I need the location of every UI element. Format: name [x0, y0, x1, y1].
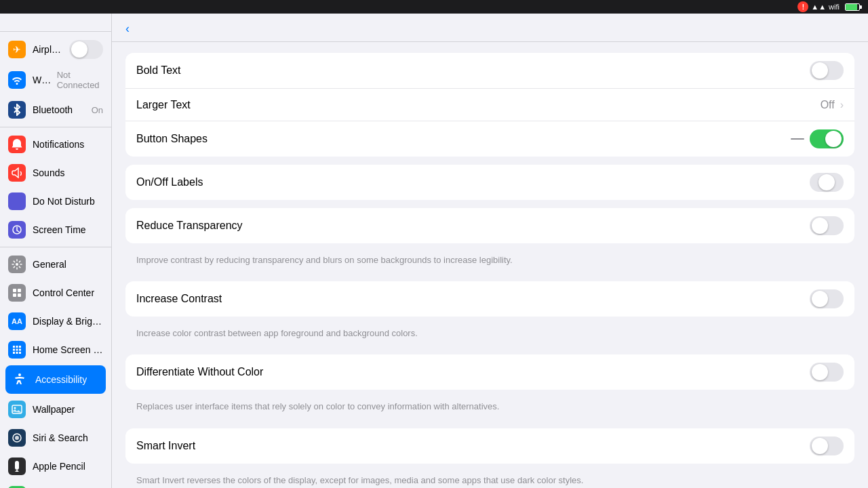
on-off-labels-toggle[interactable]	[810, 173, 844, 192]
home-screen-dock-icon	[8, 341, 26, 359]
sidebar-item-bluetooth[interactable]: BluetoothOn	[0, 96, 111, 124]
settings-group-wrapper-2: Reduce TransparencyImprove contrast by r…	[125, 208, 854, 273]
sidebar-title	[0, 14, 111, 32]
sidebar-item-airplane-mode[interactable]: ✈Airplane Mode	[0, 35, 111, 64]
sidebar-item-sounds[interactable]: Sounds	[0, 159, 111, 187]
accessibility-icon	[11, 371, 28, 388]
content-area: ‹ Bold TextLarger TextOff›Button ShapesO…	[112, 14, 868, 488]
apple-pencil-icon	[8, 458, 26, 475]
increase-contrast-label: Increase Contrast	[136, 293, 810, 305]
main-container: ✈Airplane ModeWi-FiNot ConnectedBluetoot…	[0, 14, 868, 488]
settings-row-smart-invert: Smart Invert	[125, 428, 854, 464]
signal-icon: ▲▲	[811, 3, 826, 11]
battery-icon	[845, 3, 860, 11]
status-bar: ! ▲▲ wifi	[0, 0, 868, 14]
bold-text-toggle[interactable]	[810, 61, 844, 80]
on-off-labels-label: On/Off Labels	[136, 176, 810, 188]
siri-search-icon	[8, 429, 26, 447]
control-center-icon	[8, 284, 26, 302]
reduce-transparency-toggle[interactable]	[810, 216, 844, 235]
sidebar-section-0: ✈Airplane ModeWi-FiNot ConnectedBluetoot…	[0, 32, 111, 127]
sidebar-section-1: NotificationsSoundsDo Not DisturbScreen …	[0, 127, 111, 247]
settings-row-increase-contrast: Increase Contrast	[125, 281, 854, 317]
settings-group-0: Bold TextLarger TextOff›Button Shapes	[125, 53, 854, 157]
settings-row-differentiate-without-color: Differentiate Without Color	[125, 354, 854, 390]
sidebar-item-home-screen-dock[interactable]: Home Screen & Dock	[0, 336, 111, 364]
settings-group-2: Reduce Transparency	[125, 208, 854, 243]
svg-rect-10	[16, 349, 18, 351]
sidebar-item-wifi[interactable]: Wi-FiNot Connected	[0, 64, 111, 96]
sidebar-section-2: GeneralControl CenterAADisplay & Brightn…	[0, 247, 111, 488]
settings-group-wrapper-1: On/Off Labels	[125, 165, 854, 200]
control-center-label: Control Center	[33, 287, 94, 298]
svg-point-15	[18, 373, 21, 376]
smart-invert-label: Smart Invert	[136, 440, 810, 452]
sidebar-item-siri-search[interactable]: Siri & Search	[0, 424, 111, 452]
svg-rect-6	[13, 346, 15, 348]
settings-row-larger-text: Larger TextOff›	[125, 89, 854, 121]
sidebar-sections: ✈Airplane ModeWi-FiNot ConnectedBluetoot…	[0, 32, 111, 488]
smart-invert-toggle[interactable]	[810, 436, 844, 455]
sidebar-item-control-center[interactable]: Control Center	[0, 279, 111, 307]
settings-group-wrapper-4: Differentiate Without ColorReplaces user…	[125, 354, 854, 420]
back-button[interactable]: ‹	[125, 22, 132, 36]
sidebar-item-face-id[interactable]: Face ID & Passcode	[0, 481, 111, 488]
settings-group-1: On/Off Labels	[125, 165, 854, 200]
dnd-icon: !	[797, 1, 808, 12]
svg-point-17	[14, 407, 16, 409]
svg-point-19	[15, 436, 19, 440]
wifi-value: Not Connected	[57, 70, 103, 90]
accessibility-label: Accessibility	[35, 374, 87, 385]
back-chevron-icon: ‹	[125, 22, 130, 36]
wifi-label: Wi-Fi	[33, 75, 50, 85]
group-4-description: Replaces user interface items that rely …	[125, 396, 854, 420]
button-shapes-toggle[interactable]	[810, 129, 844, 148]
display-brightness-label: Display & Brightness	[33, 316, 103, 327]
sounds-label: Sounds	[33, 167, 64, 178]
sidebar-item-general[interactable]: General	[0, 250, 111, 279]
general-label: General	[33, 259, 66, 270]
settings-row-on-off-labels: On/Off Labels	[125, 165, 854, 200]
sidebar-item-display-brightness[interactable]: AADisplay & Brightness	[0, 307, 111, 336]
settings-row-reduce-transparency: Reduce Transparency	[125, 208, 854, 243]
svg-rect-5	[18, 293, 21, 297]
do-not-disturb-label: Do Not Disturb	[33, 196, 95, 207]
sidebar: ✈Airplane ModeWi-FiNot ConnectedBluetoot…	[0, 14, 112, 488]
status-bar-right: ! ▲▲ wifi	[797, 1, 860, 12]
settings-row-button-shapes: Button Shapes	[125, 121, 854, 157]
airplane-mode-label: Airplane Mode	[33, 44, 62, 55]
differentiate-without-color-label: Differentiate Without Color	[136, 366, 810, 378]
settings-group-3: Increase Contrast	[125, 281, 854, 317]
svg-rect-4	[13, 293, 16, 297]
sidebar-item-wallpaper[interactable]: Wallpaper	[0, 395, 111, 424]
svg-rect-3	[18, 289, 21, 292]
svg-rect-14	[19, 352, 21, 354]
svg-rect-20	[15, 461, 19, 470]
settings-group-wrapper-0: Bold TextLarger TextOff›Button Shapes	[125, 53, 854, 157]
airplane-mode-icon: ✈	[8, 41, 26, 58]
sidebar-item-accessibility[interactable]: Accessibility	[5, 365, 106, 394]
button-shapes-loading	[791, 138, 804, 140]
group-2-description: Improve contrast by reducing transparenc…	[125, 250, 854, 273]
sidebar-item-do-not-disturb[interactable]: Do Not Disturb	[0, 187, 111, 216]
airplane-mode-toggle[interactable]	[69, 40, 103, 59]
svg-point-1	[16, 263, 18, 266]
svg-rect-7	[16, 346, 18, 348]
screen-time-label: Screen Time	[33, 224, 86, 235]
svg-rect-8	[19, 346, 21, 348]
sidebar-item-apple-pencil[interactable]: Apple Pencil	[0, 452, 111, 481]
svg-rect-2	[13, 289, 16, 292]
svg-rect-9	[13, 349, 15, 351]
sidebar-item-notifications[interactable]: Notifications	[0, 130, 111, 159]
larger-text-value: Off	[821, 99, 835, 111]
home-screen-dock-label: Home Screen & Dock	[33, 344, 103, 355]
settings-group-wrapper-3: Increase ContrastIncrease color contrast…	[125, 281, 854, 346]
differentiate-without-color-toggle[interactable]	[810, 363, 844, 382]
notifications-label: Notifications	[33, 139, 84, 150]
settings-content: Bold TextLarger TextOff›Button ShapesOn/…	[112, 42, 868, 488]
sidebar-item-screen-time[interactable]: Screen Time	[0, 216, 111, 244]
svg-rect-11	[19, 349, 21, 351]
settings-group-5: Smart Invert	[125, 428, 854, 464]
settings-group-4: Differentiate Without Color	[125, 354, 854, 390]
increase-contrast-toggle[interactable]	[810, 289, 844, 308]
